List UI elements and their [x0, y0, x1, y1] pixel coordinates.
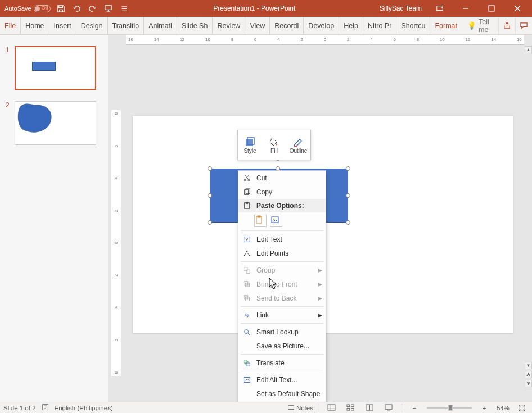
resize-handle-tr[interactable]: [346, 166, 350, 171]
tab-file[interactable]: File: [0, 17, 20, 34]
zoom-in-icon[interactable]: +: [477, 403, 491, 413]
tab-insert[interactable]: Insert: [49, 17, 76, 34]
tab-format[interactable]: Format: [430, 17, 462, 34]
ctx-save-picture[interactable]: Save as Picture...: [238, 339, 326, 353]
ctx-edit-text[interactable]: Edit Text: [238, 232, 326, 246]
tab-shortcut[interactable]: Shortcu: [396, 17, 430, 34]
svg-rect-20: [246, 270, 250, 273]
ctx-link[interactable]: Link▶: [238, 308, 326, 322]
slide-canvas[interactable]: Style Fill Outline Cut: [133, 116, 513, 333]
thumb-preview[interactable]: [15, 46, 96, 90]
paste-options-row: [238, 212, 326, 229]
svg-rect-13: [272, 217, 278, 223]
copy-icon: [242, 187, 252, 197]
svg-rect-18: [246, 251, 247, 252]
tab-slideshow[interactable]: Slide Sh: [177, 17, 213, 34]
resize-handle-tl[interactable]: [208, 166, 212, 171]
thumb-number: 1: [6, 46, 11, 54]
edit-text-icon: [242, 234, 252, 244]
comments-icon[interactable]: [515, 17, 532, 35]
send-back-icon: [242, 293, 252, 303]
tab-recording[interactable]: Recordi: [269, 17, 303, 34]
paste-dest-theme-icon[interactable]: [254, 215, 267, 227]
zoom-out-icon[interactable]: −: [408, 403, 421, 413]
title-bar: AutoSave Off Presentation1 - PowerPoint …: [0, 0, 532, 17]
maximize-button[interactable]: [480, 0, 503, 17]
svg-rect-37: [366, 405, 373, 410]
list-icon[interactable]: [119, 3, 129, 13]
thumb-preview[interactable]: [15, 101, 96, 145]
ctx-paste-header: Paste Options:: [238, 199, 326, 212]
tab-home[interactable]: Home: [20, 17, 48, 34]
close-button[interactable]: [506, 0, 529, 17]
svg-rect-27: [247, 363, 250, 366]
save-icon[interactable]: [56, 3, 66, 13]
tab-animations[interactable]: Animati: [143, 17, 177, 34]
tab-help[interactable]: Help: [339, 17, 363, 34]
redo-icon[interactable]: [88, 3, 98, 13]
minimize-button[interactable]: [454, 0, 477, 17]
horizontal-ruler: 1614121086420246810121416: [126, 35, 524, 45]
slide-thumbnails: 1 2: [0, 35, 108, 402]
group-icon: [242, 265, 252, 275]
start-show-icon[interactable]: [103, 3, 114, 13]
ribbon-options-icon[interactable]: [429, 0, 451, 17]
share-icon[interactable]: [498, 17, 515, 35]
zoom-slider[interactable]: [427, 407, 472, 409]
tab-transitions[interactable]: Transitio: [107, 17, 143, 34]
minitb-style[interactable]: Style: [238, 130, 262, 160]
bring-front-icon: [242, 279, 252, 289]
tab-view[interactable]: View: [245, 17, 269, 34]
svg-point-6: [248, 179, 250, 181]
svg-rect-33: [347, 405, 350, 407]
tab-review[interactable]: Review: [212, 17, 245, 34]
normal-view-icon[interactable]: [325, 403, 339, 413]
slide-indicator[interactable]: Slide 1 of 2: [3, 405, 36, 411]
sorter-view-icon[interactable]: [344, 403, 358, 413]
zoom-percent[interactable]: 54%: [497, 405, 510, 411]
paste-icon: [242, 201, 252, 211]
scroll-up-icon[interactable]: ▲: [525, 46, 532, 53]
context-menu: Cut Copy Paste Options: Edit Text: [238, 170, 326, 413]
undo-icon[interactable]: [72, 3, 82, 13]
tell-me-search[interactable]: 💡 Tell me: [462, 17, 498, 34]
ctx-cut[interactable]: Cut: [238, 171, 326, 185]
resize-handle-mr[interactable]: [346, 193, 350, 198]
prev-slide-icon[interactable]: ⮝: [525, 371, 532, 378]
tab-design[interactable]: Design: [76, 17, 107, 34]
autosave-toggle[interactable]: AutoSave Off: [4, 5, 51, 12]
reading-view-icon[interactable]: [363, 403, 377, 413]
thumb-shape-blob: [16, 103, 56, 134]
ctx-edit-points[interactable]: Edit Points: [238, 246, 326, 260]
minitb-fill[interactable]: Fill: [262, 130, 286, 160]
svg-rect-35: [347, 408, 350, 410]
paste-picture-icon[interactable]: [270, 215, 282, 227]
fit-window-icon[interactable]: [515, 403, 529, 413]
notes-button[interactable]: Notes: [287, 404, 313, 411]
tab-developer[interactable]: Develop: [303, 17, 339, 34]
ctx-copy[interactable]: Copy: [238, 185, 326, 199]
thumbnail-1[interactable]: 1: [0, 46, 108, 101]
svg-rect-10: [246, 202, 248, 204]
resize-handle-ml[interactable]: [208, 193, 212, 198]
thumbnail-2[interactable]: 2: [0, 101, 108, 156]
ctx-smart-lookup[interactable]: Smart Lookup: [238, 325, 326, 339]
svg-rect-0: [105, 5, 111, 10]
autosave-switch[interactable]: Off: [34, 5, 51, 12]
fill-icon: [269, 137, 280, 147]
tab-nitro[interactable]: Nitro Pr: [363, 17, 396, 34]
lightbulb-icon: 💡: [467, 21, 476, 30]
next-slide-icon[interactable]: ⮟: [525, 380, 532, 387]
outline-icon: [293, 137, 304, 147]
slideshow-view-icon[interactable]: [382, 403, 396, 413]
scroll-down-icon[interactable]: ▼: [525, 362, 532, 369]
svg-rect-34: [351, 405, 354, 407]
ctx-translate[interactable]: Translate: [238, 356, 326, 370]
accessibility-icon[interactable]: [42, 403, 49, 412]
ctx-default-shape[interactable]: Set as Default Shape: [238, 387, 326, 401]
language-indicator[interactable]: English (Philippines): [55, 405, 113, 411]
ctx-alt-text[interactable]: Edit Alt Text...: [238, 373, 326, 387]
resize-handle-bl[interactable]: [208, 220, 212, 225]
resize-handle-br[interactable]: [346, 220, 350, 225]
minitb-outline[interactable]: Outline: [286, 130, 310, 160]
